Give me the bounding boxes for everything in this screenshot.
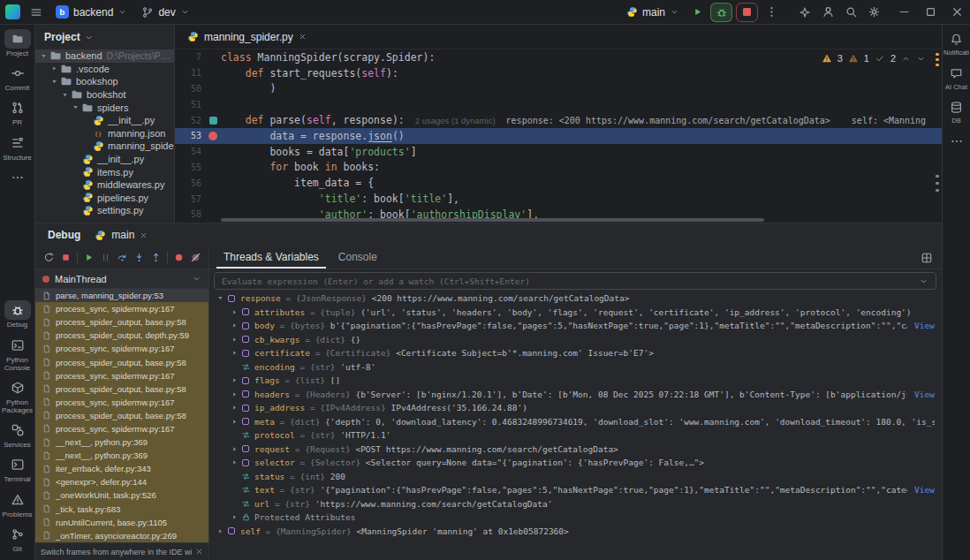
project-tree-item[interactable]: spiders [35, 101, 174, 114]
tool-window-button-structure[interactable]: Structure [0, 133, 34, 162]
variable-row[interactable]: request = {Request} <POST https://www.ma… [209, 443, 942, 457]
variable-row[interactable]: response = {JsonResponse} <200 https://w… [209, 291, 942, 306]
tab-threads-variables[interactable]: Threads & Variables [216, 246, 326, 269]
stack-frame[interactable]: __next__, python.py:369 [35, 435, 208, 449]
chevron-right-icon[interactable] [229, 308, 239, 316]
run-config-selector[interactable]: main [620, 4, 686, 21]
variable-row[interactable]: flags = {list} [] [209, 374, 942, 388]
variable-row[interactable]: body = {bytes} b'{"pagination":{"hasPrev… [209, 319, 942, 333]
chevron-right-icon[interactable] [229, 404, 239, 412]
stack-frame[interactable]: process_spider_output, base.py:58 [35, 315, 208, 329]
evaluate-expression-bar[interactable] [214, 272, 936, 290]
evaluate-expression-input[interactable] [222, 276, 913, 286]
tool-window-button-project[interactable]: Project [0, 29, 34, 57]
code-line[interactable]: 50 ) [175, 81, 942, 97]
stack-frame[interactable]: process_sync, spidermw.py:167 [35, 422, 208, 435]
code-editor[interactable]: 3 1 2 7class ManningSpider(scrapy.Spider… [175, 49, 942, 223]
step-into-button[interactable] [131, 248, 148, 268]
tool-window-button-terminal[interactable]: Terminal [0, 455, 34, 483]
thread-selector[interactable]: MainThread [35, 269, 208, 289]
variable-row[interactable]: Protected Attributes [209, 511, 942, 525]
profile-button[interactable] [816, 2, 839, 23]
project-tree-item[interactable]: middlewares.py [35, 178, 174, 192]
chevron-right-icon[interactable] [49, 64, 59, 72]
stack-frame[interactable]: iter_errback, defer.py:343 [35, 462, 208, 475]
tool-window-button-git[interactable]: Git [0, 525, 34, 553]
stack-frame[interactable]: __next__, python.py:369 [35, 449, 208, 462]
stack-frame[interactable]: process_sync, spidermw.py:167 [35, 342, 208, 355]
stack-frame[interactable]: runUntilCurrent, base.py:1105 [35, 516, 208, 529]
chevron-down-icon[interactable] [49, 78, 59, 86]
chevron-down-icon[interactable] [71, 103, 80, 111]
layout-settings-button[interactable] [918, 248, 935, 268]
tool-window-button-problems[interactable]: Problems [0, 490, 34, 518]
close-button[interactable] [943, 0, 970, 24]
debug-session-tab[interactable]: main [95, 229, 148, 241]
variable-row[interactable]: attributes = {tuple} ('url', 'status', '… [209, 306, 942, 320]
project-tree-item[interactable]: backendD:\Projects\PythonProj [35, 49, 174, 63]
code-line[interactable]: 57 'title': book['title'], [175, 191, 942, 207]
tab-console[interactable]: Console [331, 246, 384, 269]
resume-button[interactable] [80, 248, 97, 268]
variable-row[interactable]: cb_kwargs = {dict} {} [209, 333, 942, 347]
project-tree-item[interactable]: pipelines.py [35, 192, 174, 205]
project-tree-item[interactable]: __init__.py [35, 153, 174, 166]
tool-window-button-debug[interactable]: Debug [0, 300, 34, 329]
code-line[interactable]: 55 for book in books: [175, 160, 942, 176]
search-everywhere-button[interactable] [839, 2, 862, 23]
tool-window-button-commit[interactable]: Commit [0, 64, 34, 92]
tool-window-button-python-packages[interactable]: Python Packages [0, 378, 34, 414]
stack-frame[interactable]: process_spider_output, base.py:58 [35, 409, 208, 422]
project-tree-item[interactable]: __init__.py [35, 114, 174, 127]
step-out-button[interactable] [148, 248, 164, 268]
variable-row[interactable]: selector = {Selector} <Selector query=No… [209, 456, 942, 470]
vcs-branch-button[interactable]: dev [135, 4, 195, 21]
variable-row[interactable]: certificate = {Certificate} <Certificate… [209, 346, 942, 360]
close-icon[interactable] [140, 231, 148, 239]
chevron-right-icon[interactable] [229, 445, 239, 453]
code-line[interactable]: 51 [175, 96, 942, 112]
stop-button[interactable] [57, 248, 74, 268]
main-menu-button[interactable] [25, 2, 48, 23]
stack-frame[interactable]: <genexpr>, defer.py:144 [35, 475, 208, 488]
chevron-down-icon[interactable] [215, 294, 225, 302]
debug-button[interactable] [710, 3, 732, 22]
variable-row[interactable]: url = {str} 'https://www.manning.com/sea… [209, 497, 942, 511]
chevron-right-icon[interactable] [229, 336, 239, 344]
tool-window-button-python-console[interactable]: Python Console [0, 336, 34, 372]
code-line[interactable]: 11 def start_requests(self): [175, 65, 942, 81]
project-tree-item[interactable]: manning_spider.py [35, 140, 174, 153]
horizontal-scrollbar[interactable] [221, 218, 764, 222]
ai-assistant-button[interactable] [793, 2, 816, 23]
stop-button[interactable] [736, 3, 758, 22]
close-icon[interactable] [299, 33, 307, 41]
chevron-right-icon[interactable] [229, 349, 239, 357]
tool-window-button-ai-chat[interactable]: AI Chat [943, 64, 970, 92]
tool-window-button-pull-requests[interactable]: PR [0, 98, 34, 126]
chevron-down-icon[interactable] [919, 276, 928, 286]
code-line[interactable]: 54 books = data['products'] [175, 144, 942, 160]
code-line[interactable]: 53 data = response.json() [175, 128, 942, 144]
project-panel-header[interactable]: Project [35, 25, 174, 49]
chevron-right-icon[interactable] [229, 513, 239, 521]
view-link[interactable]: View [914, 390, 935, 399]
tool-window-button-services[interactable]: Services [0, 420, 34, 449]
stack-frame[interactable]: process_sync, spidermw.py:167 [35, 369, 208, 382]
pause-button[interactable] [97, 248, 114, 268]
project-tree-item[interactable]: {}manning.json [35, 127, 174, 140]
variable-row[interactable]: text = {str} '{"pagination":{"hasPrevPag… [209, 483, 942, 497]
project-tree-item[interactable]: bookshop [35, 75, 174, 88]
tool-window-button-more[interactable] [0, 168, 34, 187]
project-selector-button[interactable]: b backend [49, 3, 133, 21]
project-tree-item[interactable]: items.py [35, 165, 174, 178]
stack-frame[interactable]: _onTimer, asyncioreactor.py:269 [35, 529, 208, 542]
settings-button[interactable] [862, 2, 885, 23]
tool-window-button-notifications[interactable]: Notificati [943, 29, 970, 57]
project-tree-item[interactable]: settings.py [35, 204, 174, 217]
chevron-down-icon[interactable] [916, 54, 926, 64]
tool-window-button-database[interactable]: DB [943, 97, 970, 125]
variable-row[interactable]: headers = {Headers} {b'Server': [b'nginx… [209, 388, 942, 402]
maximize-button[interactable] [917, 0, 943, 24]
project-tree-item[interactable]: bookshot [35, 88, 174, 102]
variable-row[interactable]: protocol = {str} 'HTTP/1.1' [209, 428, 942, 443]
